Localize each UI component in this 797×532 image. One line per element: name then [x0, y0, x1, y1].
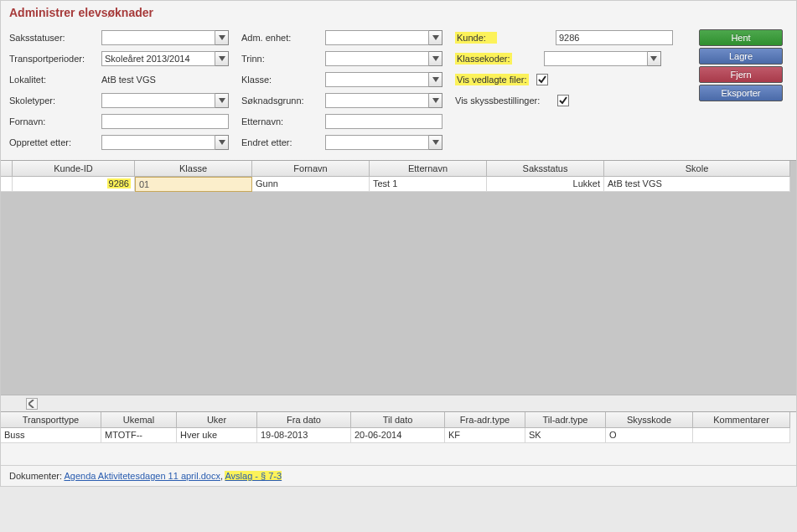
col-klasse[interactable]: Klasse	[135, 161, 252, 177]
transportperioder-combo[interactable]	[101, 51, 229, 66]
trinn-combo[interactable]	[325, 51, 442, 66]
chevron-left-icon[interactable]	[26, 398, 38, 410]
transportperioder-input[interactable]	[101, 51, 215, 66]
endret-etter-input[interactable]	[325, 135, 429, 150]
fornavn-label: Fornavn:	[9, 116, 101, 127]
chevron-down-icon[interactable]	[648, 51, 661, 66]
cell-til-dato: 20-06-2014	[351, 428, 445, 443]
cell-fornavn: Gunn	[252, 177, 370, 192]
detail-grid-header: Transporttype Ukemal Uker Fra dato Til d…	[1, 412, 796, 428]
chevron-down-icon[interactable]	[429, 72, 442, 87]
soknadsgrunn-input[interactable]	[325, 93, 429, 108]
saksstatuser-input[interactable]	[101, 30, 215, 45]
filter-row: Saksstatuser: Adm. enhet: Kunde:	[9, 28, 699, 48]
adm-enhet-combo[interactable]	[325, 30, 442, 45]
trinn-input[interactable]	[325, 51, 429, 66]
table-row[interactable]: 9286 01 Gunn Test 1 Lukket AtB test VGS	[1, 177, 796, 192]
cell-klasse[interactable]: 01	[135, 177, 252, 192]
chevron-down-icon[interactable]	[215, 93, 229, 108]
klasse-combo[interactable]	[325, 72, 442, 87]
cell-skole: AtB test VGS	[604, 177, 790, 192]
detail-grid-body: Buss MTOTF-- Hver uke 19-08-2013 20-06-2…	[1, 428, 796, 465]
filter-panel: Saksstatuser: Adm. enhet: Kunde:	[1, 24, 796, 160]
col-til-adr[interactable]: Til-adr.type	[525, 412, 606, 428]
col-skysskode[interactable]: Skysskode	[606, 412, 693, 428]
row-selector-header	[1, 161, 13, 177]
col-fra-dato[interactable]: Fra dato	[257, 412, 351, 428]
results-grid: Kunde-ID Klasse Fornavn Etternavn Saksst…	[1, 160, 796, 411]
saksstatuser-combo[interactable]	[101, 30, 229, 45]
col-uker[interactable]: Uker	[177, 412, 257, 428]
document-link[interactable]: Avslag - § 7-3	[225, 471, 282, 481]
vis-vedlagte-filer-checkbox[interactable]	[536, 74, 548, 85]
skoletyper-input[interactable]	[101, 93, 215, 108]
endret-etter-label: Endret etter:	[241, 137, 325, 147]
table-row[interactable]: Buss MTOTF-- Hver uke 19-08-2013 20-06-2…	[1, 428, 796, 443]
row-selector-cell[interactable]	[1, 177, 13, 192]
col-saksstatus[interactable]: Saksstatus	[487, 161, 604, 177]
skoletyper-combo[interactable]	[101, 93, 229, 108]
col-fra-adr[interactable]: Fra-adr.type	[445, 412, 525, 428]
eksporter-button[interactable]: Eksporter	[699, 85, 783, 101]
cell-skysskode: O	[606, 428, 693, 443]
cell-uker: Hver uke	[177, 428, 257, 443]
adm-enhet-label: Adm. enhet:	[241, 33, 325, 43]
col-kunde-id[interactable]: Kunde-ID	[13, 161, 135, 177]
action-buttons: Hent Lagre Fjern Eksporter	[699, 28, 788, 111]
opprettet-etter-combo[interactable]	[101, 135, 229, 150]
grid-header: Kunde-ID Klasse Fornavn Etternavn Saksst…	[1, 161, 796, 177]
chevron-down-icon[interactable]	[429, 30, 442, 45]
lagre-button[interactable]: Lagre	[699, 48, 783, 65]
klassekoder-label: Klassekoder:	[455, 53, 512, 65]
document-link[interactable]: Agenda Aktivitetesdagen 11 april.docx	[64, 471, 220, 481]
horizontal-scroll[interactable]	[1, 395, 796, 411]
cell-ukemal: MTOTF--	[101, 428, 177, 443]
cell-fra-adr: KF	[445, 428, 525, 443]
col-skole[interactable]: Skole	[604, 161, 790, 177]
page: Administrer elevsøknader Saksstatuser: A…	[0, 0, 797, 487]
col-etternavn[interactable]: Etternavn	[370, 161, 487, 177]
klasse-label: Klasse:	[241, 75, 325, 85]
vis-skyssbestillinger-checkbox[interactable]	[557, 95, 569, 106]
cell-fra-dato: 19-08-2013	[257, 428, 351, 443]
skoletyper-label: Skoletyper:	[9, 96, 101, 106]
kunde-field[interactable]	[556, 30, 673, 45]
vis-skyssbestillinger-label: Vis skyssbestillinger:	[455, 96, 556, 106]
cell-til-adr: SK	[525, 428, 606, 443]
documents-label: Dokumenter:	[9, 471, 62, 481]
col-ukemal[interactable]: Ukemal	[101, 412, 177, 428]
lokalitet-value: AtB test VGS	[101, 75, 229, 85]
klassekoder-input[interactable]	[544, 51, 648, 66]
adm-enhet-input[interactable]	[325, 30, 429, 45]
fjern-button[interactable]: Fjern	[699, 66, 783, 83]
soknadsgrunn-combo[interactable]	[325, 93, 442, 108]
opprettet-etter-input[interactable]	[101, 135, 215, 150]
soknadsgrunn-label: Søknadsgrunn:	[241, 96, 325, 106]
cell-kommentarer	[693, 428, 790, 443]
chevron-down-icon[interactable]	[429, 135, 442, 150]
cell-saksstatus: Lukket	[487, 177, 604, 192]
etternavn-input[interactable]	[325, 114, 442, 129]
vis-vedlagte-filer-label: Vis vedlagte filer:	[455, 74, 529, 85]
hent-button[interactable]: Hent	[699, 29, 783, 46]
fornavn-input[interactable]	[101, 114, 229, 129]
col-kommentarer[interactable]: Kommentarer	[693, 412, 790, 428]
klasse-input[interactable]	[325, 72, 429, 87]
saksstatuser-label: Saksstatuser:	[9, 33, 101, 43]
transportperioder-label: Transportperioder:	[9, 54, 101, 64]
kunde-input[interactable]	[556, 30, 673, 45]
chevron-down-icon[interactable]	[429, 93, 442, 108]
trinn-label: Trinn:	[241, 54, 325, 64]
endret-etter-combo[interactable]	[325, 135, 442, 150]
col-transporttype[interactable]: Transporttype	[1, 412, 101, 428]
chevron-down-icon[interactable]	[215, 30, 229, 45]
chevron-down-icon[interactable]	[215, 51, 229, 66]
klassekoder-combo[interactable]	[544, 51, 661, 66]
col-til-dato[interactable]: Til dato	[351, 412, 445, 428]
col-fornavn[interactable]: Fornavn	[252, 161, 370, 177]
kunde-label: Kunde:	[455, 32, 497, 44]
chevron-down-icon[interactable]	[215, 135, 229, 150]
opprettet-etter-label: Opprettet etter:	[9, 137, 101, 147]
chevron-down-icon[interactable]	[429, 51, 442, 66]
page-title: Administrer elevsøknader	[1, 1, 796, 24]
